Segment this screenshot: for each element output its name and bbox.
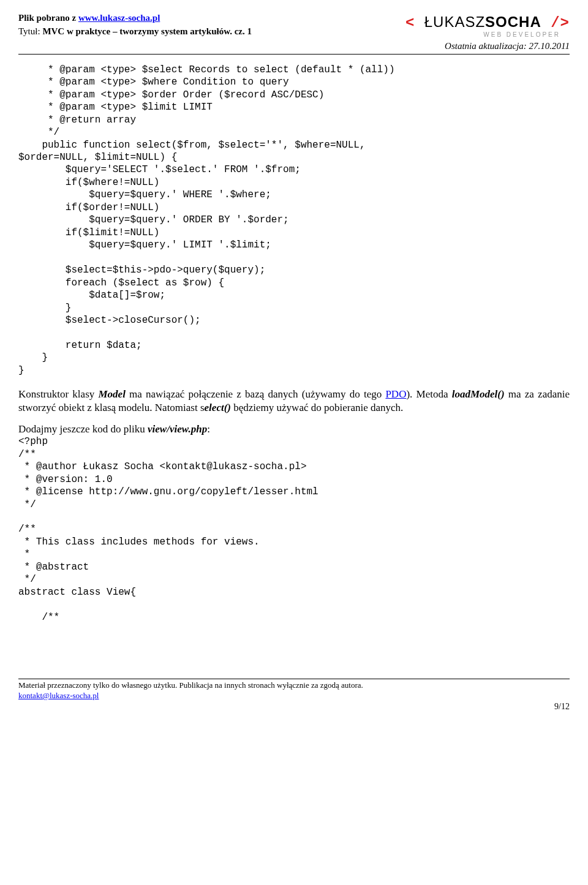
footer-text: Materiał przeznaczony tylko do własnego … — [18, 680, 570, 691]
header-right: < ŁUKASZSOCHA /> WEB DEVELOPER Ostatnia … — [405, 12, 570, 53]
logo-bracket-open: < — [405, 15, 424, 31]
logo-bracket-gt: > — [560, 15, 570, 31]
p2-text-b: : — [207, 423, 210, 435]
p2-text-a: Dodajmy jeszcze kod do pliku — [18, 423, 148, 435]
download-label: Plik pobrano z — [18, 13, 78, 23]
page-header: Plik pobrano z www.lukasz-socha.pl Tytuł… — [18, 12, 570, 55]
logo-bold: SOCHA — [485, 13, 541, 30]
paragraph-2: Dodajmy jeszcze kod do pliku view/view.p… — [18, 423, 570, 435]
header-left: Plik pobrano z www.lukasz-socha.pl Tytuł… — [18, 12, 252, 37]
p1-text-e: będziemy używać do pobieranie danych. — [231, 402, 403, 413]
p1-text-c: ). Metoda — [406, 388, 451, 400]
logo: < ŁUKASZSOCHA /> — [405, 12, 570, 32]
paragraph-1: Konstruktor klasy Model ma nawiązać połą… — [18, 388, 570, 414]
logo-first: ŁUKASZ — [424, 13, 485, 30]
page-number: 9/12 — [554, 701, 570, 712]
p1-model: Model — [98, 388, 125, 400]
title-line: Tytuł: MVC w praktyce – tworzymy system … — [18, 26, 252, 38]
page-footer: Materiał przeznaczony tylko do własnego … — [18, 679, 570, 701]
document-title: MVC w praktyce – tworzymy system artykuł… — [42, 26, 252, 36]
p1-text-b: ma nawiązać połączenie z bazą danych (uż… — [126, 388, 386, 400]
download-link[interactable]: www.lukasz-socha.pl — [78, 13, 160, 23]
pdo-link[interactable]: PDO — [385, 388, 406, 400]
p2-file: view/view.php — [148, 423, 207, 435]
footer-email[interactable]: kontakt@lukasz-socha.pl — [18, 691, 99, 700]
title-label: Tytuł: — [18, 26, 42, 36]
logo-bracket-close: / — [541, 15, 560, 31]
p1-loadmodel: loadModel() — [452, 388, 505, 400]
body-paragraphs: Konstruktor klasy Model ma nawiązać połą… — [18, 388, 570, 435]
code-block-1: * @param <type> $select Records to selec… — [18, 64, 570, 377]
p1-select: elect() — [205, 402, 231, 413]
p1-text-a: Konstruktor klasy — [18, 388, 98, 400]
last-updated: Ostatnia aktualizacja: 27.10.2011 — [405, 40, 570, 53]
code-block-2: <?php /** * @author Łukasz Socha <kontak… — [18, 435, 570, 623]
download-line: Plik pobrano z www.lukasz-socha.pl — [18, 12, 252, 24]
